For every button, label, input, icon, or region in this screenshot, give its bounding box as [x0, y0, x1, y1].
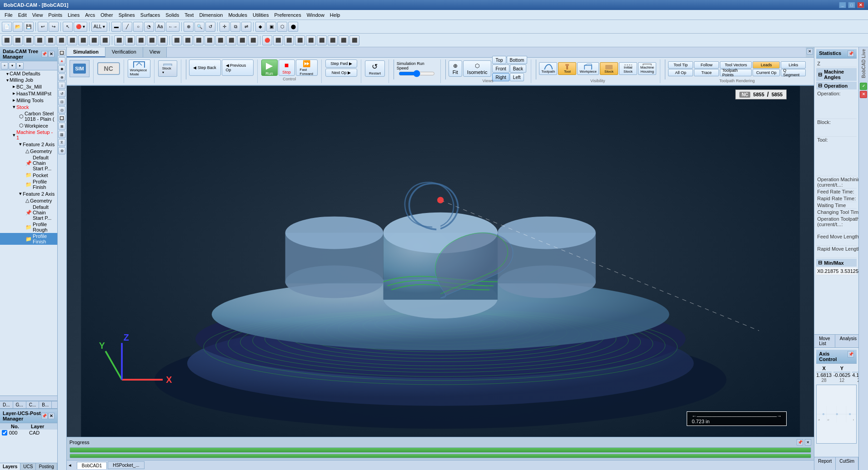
run-btn[interactable]: ▶ Run — [261, 59, 278, 76]
trace-btn[interactable]: Trace — [694, 69, 719, 76]
tree-item-milling-job[interactable]: ▾ Milling Job — [0, 77, 57, 83]
tb-dim[interactable]: ←→ — [166, 22, 180, 32]
links-btn[interactable]: Links — [781, 61, 806, 69]
tb-snap-dropdown[interactable]: 🔴 ▾ — [74, 22, 87, 32]
layer-tab-layers[interactable]: Layers — [0, 463, 20, 470]
tree-item-mill[interactable]: ▸ BC_3x_Mill — [0, 83, 57, 90]
step-back-btn[interactable]: ◀ Step Back — [189, 59, 221, 76]
tb-filter-dropdown[interactable]: ALL ▾ — [91, 22, 107, 32]
tree-item-cam-defaults[interactable]: ▾ CAM Defaults — [0, 70, 57, 77]
tb-zoom-fit[interactable]: ⊕ — [184, 22, 194, 32]
stock-vis-btn[interactable]: Stock — [600, 62, 618, 75]
layer-tab-ucs[interactable]: UCS — [20, 463, 36, 470]
tree-item-geometry-2[interactable]: △ Geometry — [0, 197, 57, 204]
tb2-1[interactable]: ⬛ — [2, 35, 12, 45]
tb-save[interactable]: 💾 — [24, 22, 34, 32]
menu-window[interactable]: Window — [304, 11, 327, 19]
cam-tree-tb-expand[interactable]: ▾ — [9, 62, 16, 69]
prev-op-btn[interactable]: ◀ Previous Op — [222, 59, 254, 76]
right-btn[interactable]: Right — [492, 73, 509, 81]
menu-other[interactable]: Other — [98, 11, 116, 19]
menu-surfaces[interactable]: Surfaces — [138, 11, 163, 19]
stop-btn[interactable]: ■ Stop — [279, 59, 295, 76]
tb2-14[interactable]: ⬛ — [147, 35, 157, 45]
lmt-9[interactable]: 🔲 — [58, 114, 65, 122]
tree-item-feature2axis-1[interactable]: ▾ Feature 2 Axis — [0, 141, 57, 148]
sim-tab-verification[interactable]: Verification — [105, 47, 143, 57]
back-btn[interactable]: Back — [510, 64, 526, 73]
nc-mode-display[interactable]: NC — [97, 62, 120, 75]
menu-view[interactable]: View — [30, 11, 46, 19]
sim-tab-simulation[interactable]: Simulation — [67, 47, 105, 57]
tb-undo[interactable]: ↩ — [38, 22, 48, 32]
tb2-21[interactable]: ⬛ — [226, 35, 236, 45]
menu-dimension[interactable]: Dimension — [196, 11, 225, 19]
machine-housing-vis-btn[interactable]: Machine Housing — [638, 62, 656, 75]
stats-pin-btn[interactable]: 📌 — [848, 50, 854, 57]
next-op-btn[interactable]: Next Op ▶ — [325, 69, 357, 77]
menu-text[interactable]: Text — [182, 11, 196, 19]
tb2-17[interactable]: ⬛ — [183, 35, 193, 45]
cam-tree-tb-add[interactable]: + — [1, 62, 8, 69]
left-tab-b[interactable]: B... — [39, 401, 52, 408]
maximize-button[interactable]: □ — [848, 2, 855, 8]
tb2-2[interactable]: ⬛ — [13, 35, 23, 45]
menu-file[interactable]: File — [2, 11, 15, 19]
tb-text[interactable]: Aa — [155, 22, 165, 32]
right-tab-movelist[interactable]: Move List — [814, 335, 835, 347]
lmt-7[interactable]: ⊡ — [58, 98, 65, 105]
menu-arcs[interactable]: Arcs — [82, 11, 98, 19]
fast-fwd-btn[interactable]: ⏩ Fast Forward — [296, 59, 318, 76]
tb-rotate[interactable]: ↺ — [205, 22, 215, 32]
menu-utilities[interactable]: Utilities — [250, 11, 271, 19]
cam-tree-close[interactable]: ✕ — [48, 51, 55, 57]
fit-btn[interactable]: ⊕ Fit — [449, 60, 462, 77]
tb2-31[interactable]: ⬛ — [339, 35, 349, 45]
tree-item-haas[interactable]: ▸ HaasTM.MillPst — [0, 90, 57, 97]
tree-item-chain-start-2[interactable]: 📌 Default Chain Start P... — [0, 204, 57, 221]
tb2-32[interactable]: ⬛ — [349, 35, 359, 45]
tb2-25[interactable]: ⬛ — [273, 35, 283, 45]
tb-redo[interactable]: ↪ — [49, 22, 59, 32]
tool-tip-btn[interactable]: Tool Tip — [668, 61, 693, 69]
tb2-8[interactable]: ⬛ — [78, 35, 88, 45]
menu-lines[interactable]: Lines — [65, 11, 82, 19]
tb2-29[interactable]: ⬛ — [317, 35, 327, 45]
tb-line2[interactable]: ╱ — [122, 22, 132, 32]
tree-item-profile-finish-1[interactable]: 📁 Profile Finish — [0, 178, 57, 190]
step-fwd-btn[interactable]: Step Fwd ▶ — [325, 59, 357, 68]
tb-select[interactable]: ↖ — [63, 22, 73, 32]
lmt-6[interactable]: ↺ — [58, 90, 65, 97]
front-btn[interactable]: Front — [492, 64, 509, 73]
tree-item-carbon-steel[interactable]: ⬡ Carbon Steel 1018 - Plain ( — [0, 110, 57, 122]
tb2-24[interactable]: 🔴 — [262, 35, 272, 45]
menu-edit[interactable]: Edit — [15, 11, 30, 19]
left-tab-g[interactable]: G... — [13, 401, 26, 408]
tb2-4[interactable]: ⬛ — [35, 35, 45, 45]
stock-dropdown-btn[interactable]: Stock ▾ — [158, 60, 177, 77]
menu-points[interactable]: Points — [45, 11, 65, 19]
leads-btn[interactable]: Leads — [753, 61, 780, 69]
rbt-cutsim[interactable]: CutSim — [836, 457, 858, 470]
tb2-16[interactable]: ⬛ — [172, 35, 182, 45]
progress-pin-btn[interactable]: 📌 — [797, 439, 803, 445]
tb2-30[interactable]: ⬛ — [328, 35, 338, 45]
tb-new[interactable]: 📄 — [2, 22, 12, 32]
viewport-nav-left[interactable]: ◂ — [69, 462, 75, 469]
follow-btn[interactable]: Follow — [694, 61, 719, 69]
restart-btn[interactable]: ↺ Restart — [365, 60, 385, 77]
tb-zoom-in[interactable]: 🔍 — [195, 22, 205, 32]
tree-item-pocket[interactable]: 📁 Pocket — [0, 172, 57, 178]
top-btn[interactable]: Top — [492, 56, 506, 64]
workpiece-mode-btn[interactable]: Workpiece Mode — [128, 59, 150, 78]
lmt-11[interactable]: ▥ — [58, 131, 65, 138]
tool-vectors-btn[interactable]: Tool Vectors — [720, 61, 752, 69]
tree-item-feature2axis-2[interactable]: ▾ Feature 2 Axis — [0, 190, 57, 197]
viewport-tab-hspocket[interactable]: HSPocket_... — [108, 461, 144, 469]
current-op-btn[interactable]: Current Op — [753, 69, 780, 76]
workpiece-vis-btn[interactable]: Workpiece — [577, 62, 599, 75]
tb-open[interactable]: 📂 — [13, 22, 23, 32]
left-btn[interactable]: Left — [510, 73, 524, 81]
isometric-btn[interactable]: ⬡ Isometric — [463, 60, 492, 77]
tb2-20[interactable]: ⬛ — [215, 35, 225, 45]
